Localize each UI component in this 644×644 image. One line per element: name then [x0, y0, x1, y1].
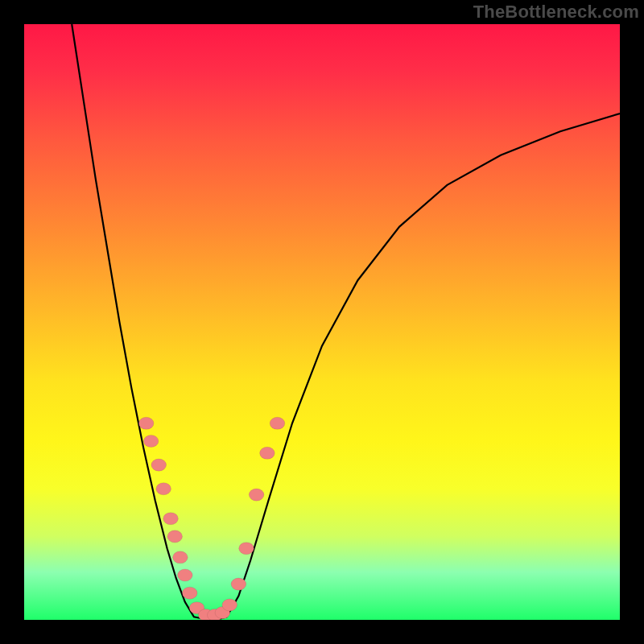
watermark-text: TheBottleneck.com	[473, 2, 639, 23]
curve-marker	[231, 578, 246, 590]
plot-area	[24, 24, 620, 620]
curve-marker	[249, 489, 264, 501]
bottleneck-curve	[72, 24, 620, 619]
chart-stage: TheBottleneck.com	[0, 0, 644, 644]
curve-marker	[156, 483, 171, 495]
curve-marker	[239, 543, 254, 555]
curve-marker	[177, 569, 192, 581]
curve-marker	[151, 459, 167, 471]
curve-marker	[260, 447, 275, 459]
curve-marker	[182, 587, 197, 599]
curve-marker	[163, 513, 179, 525]
curve-marker	[222, 599, 237, 611]
chart-svg	[24, 24, 620, 620]
curve-marker	[173, 551, 188, 564]
curve-marker	[270, 417, 285, 429]
curve-marker	[167, 530, 183, 543]
curve-marker	[138, 417, 154, 429]
curve-marker	[143, 435, 159, 447]
